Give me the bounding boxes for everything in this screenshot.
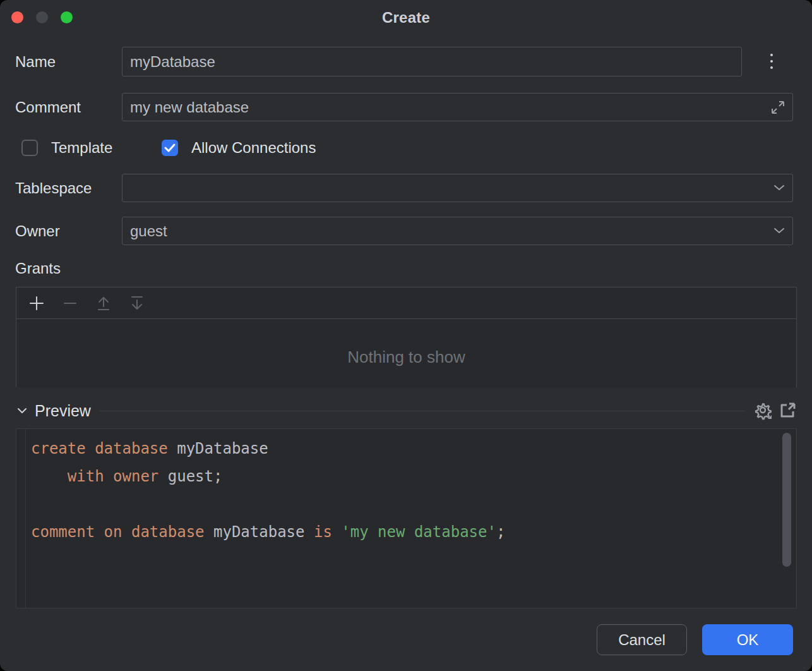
vertical-scrollbar[interactable] [782,433,791,567]
sql-code[interactable]: create database myDatabase with owner gu… [31,435,505,546]
chevron-down-icon [773,184,785,191]
create-dialog-window: Create Name myDatabase Comment my new da… [0,0,812,671]
sql-preview-panel: create database myDatabase with owner gu… [16,428,797,608]
template-label: Template [51,139,112,157]
owner-select[interactable]: guest [122,217,793,245]
preview-title[interactable]: Preview [35,402,91,420]
allow-connections-checkbox-row: Allow Connections [162,139,316,156]
grants-panel: Nothing to show [16,287,797,387]
editor-gutter [16,429,26,608]
grants-toolbar [16,287,796,319]
name-label: Name [15,53,56,71]
title-bar: Create [0,0,812,35]
open-in-window-icon[interactable] [779,402,796,419]
ok-button[interactable]: OK [702,624,793,655]
tablespace-label: Tablespace [15,179,92,197]
add-icon[interactable] [24,292,49,315]
gear-icon[interactable] [754,401,773,420]
comment-value: my new database [130,99,249,116]
preview-header: Preview [15,401,797,421]
owner-label: Owner [15,222,60,240]
template-checkbox-row: Template [21,139,112,156]
name-value: myDatabase [130,53,215,71]
chevron-down-icon [773,227,785,234]
grants-empty-text: Nothing to show [16,348,796,367]
allow-connections-checkbox[interactable] [162,140,178,156]
comment-label: Comment [15,99,81,116]
remove-icon[interactable] [57,292,83,315]
allow-connections-label: Allow Connections [191,139,316,157]
collapse-chevron-icon[interactable] [15,404,29,418]
grants-label: Grants [15,260,61,277]
expand-icon[interactable] [770,99,786,116]
preview-divider [100,411,745,411]
name-input[interactable]: myDatabase [122,47,742,76]
cancel-button[interactable]: Cancel [597,624,687,655]
kebab-menu-icon[interactable] [761,49,782,73]
comment-input[interactable]: my new database [122,93,793,121]
window-title: Create [0,9,812,27]
move-down-icon[interactable] [124,292,150,315]
tablespace-select[interactable] [122,174,793,202]
move-up-icon[interactable] [91,292,116,315]
template-checkbox[interactable] [21,140,38,156]
owner-value: guest [130,222,167,240]
